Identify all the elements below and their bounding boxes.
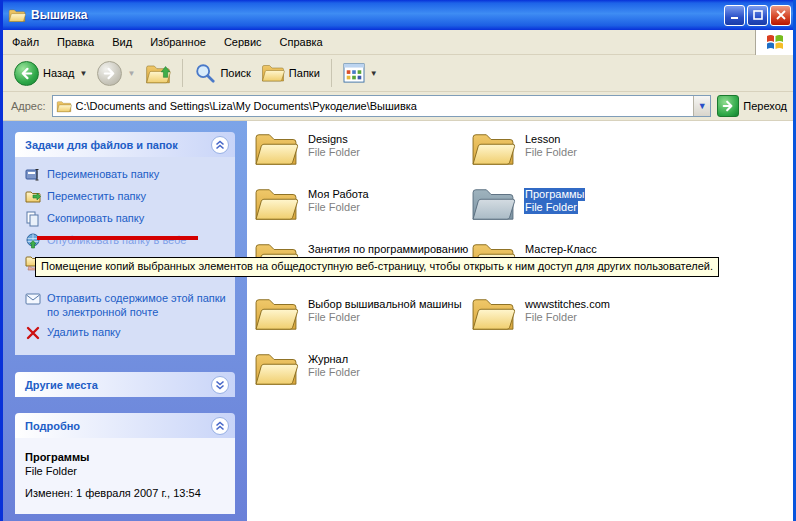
forward-dropdown[interactable]: ▼ [127,69,135,78]
folder-icon-selected [470,185,516,223]
task-pane: Задачи для файлов и папок Переименовать … [3,121,247,521]
up-button[interactable] [140,58,176,88]
folder-type: File Folder [524,146,578,159]
views-button[interactable]: ▼ [338,60,383,86]
title-bar[interactable]: Вышивка [0,0,796,30]
folder-type: File Folder [307,201,361,214]
folder-icon [253,350,299,388]
folder-tile-programmy-selected[interactable]: ПрограммыFile Folder [470,185,687,240]
folder-type: File Folder [307,311,361,324]
task-label: Скопировать папку [47,211,144,225]
details-item-name: Программы [25,450,225,464]
search-label: Поиск [220,67,250,79]
folder-tile-zhurnal[interactable]: ЖурналFile Folder [253,350,470,405]
search-icon [194,62,216,84]
tooltip: Помещение копий выбранных элементов на о… [35,257,719,277]
up-folder-icon [145,61,171,85]
folders-icon [261,62,285,84]
back-icon [14,61,39,86]
go-arrow-icon [722,100,734,112]
menu-edit[interactable]: Правка [48,32,103,52]
back-label: Назад [43,67,75,79]
go-button[interactable] [717,95,739,117]
task-label: Переместить папку [47,189,146,203]
folder-name: Журнал [307,353,349,366]
folder-name: Занятия по программированию [307,243,469,256]
file-list-area: DesignsFile Folder LessonFile Folder Моя… [247,121,793,521]
menu-bar: Файл Правка Вид Избранное Сервис Справка [3,30,793,55]
toolbar-separator [331,59,332,87]
folder-type: File Folder [524,201,578,214]
address-label: Адрес: [11,100,46,112]
minimize-button[interactable] [724,5,745,26]
folder-tile-designs[interactable]: DesignsFile Folder [253,130,470,185]
search-button[interactable]: Поиск [189,59,255,87]
folder-tile-lesson[interactable]: LessonFile Folder [470,130,687,185]
maximize-button[interactable] [747,5,768,26]
tasks-panel-header[interactable]: Задачи для файлов и папок [15,132,235,157]
menu-tools[interactable]: Сервис [215,32,271,52]
task-copy-folder[interactable]: Скопировать папку [25,211,227,227]
delete-icon [25,325,41,341]
rename-icon [25,167,41,183]
back-dropdown[interactable]: ▼ [80,69,88,78]
expand-button[interactable] [211,376,229,394]
tasks-panel-title: Задачи для файлов и папок [25,139,211,151]
details-panel: Подробно Программы File Folder Изменен: … [15,413,235,514]
collapse-button[interactable] [211,136,229,154]
collapse-button[interactable] [211,417,229,435]
address-input[interactable]: C:\Documents and Settings\Liza\My Docume… [52,95,712,117]
menu-favorites[interactable]: Избранное [141,32,215,52]
task-email-folder[interactable]: Отправить содержимое этой папки по элект… [25,291,227,319]
details-title: Подробно [25,420,211,432]
windows-flag-icon [765,32,785,52]
task-rename-folder[interactable]: Переименовать папку [25,167,227,183]
chevron-up-icon [215,140,225,150]
folder-tile-wwwstitches[interactable]: wwwstitches.comFile Folder [470,295,687,350]
other-places-title: Другие места [25,379,211,391]
folder-icon [253,130,299,168]
toolbar-separator [182,59,183,87]
chevron-up-icon [215,421,225,431]
folder-name: Designs [307,133,349,146]
folders-label: Папки [289,67,320,79]
folder-name: Lesson [524,133,561,146]
folder-type: File Folder [524,311,578,324]
folder-icon [253,295,299,333]
folder-type: File Folder [307,366,361,379]
folder-tile-moya-rabota[interactable]: Моя РаботаFile Folder [253,185,470,240]
close-icon [776,10,786,20]
back-button[interactable]: Назад ▼ [9,58,92,89]
file-folder-tasks-panel: Задачи для файлов и папок Переименовать … [15,132,235,355]
close-button[interactable] [770,5,791,26]
folders-button[interactable]: Папки [256,59,325,87]
toolbar: Назад ▼ ▼ Поиск [3,55,793,92]
move-icon [25,189,41,205]
go-label: Переход [743,100,787,112]
menu-view[interactable]: Вид [103,32,141,52]
forward-button[interactable]: ▼ [92,58,140,89]
task-delete-folder[interactable]: Удалить папку [25,325,227,341]
folder-name: Программы [524,188,585,201]
task-label: Отправить содержимое этой папки по элект… [47,291,227,319]
folder-name: Моя Работа [307,188,370,201]
window-title: Вышивка [31,8,722,22]
address-dropdown[interactable]: ▼ [693,96,710,116]
views-icon [343,63,365,83]
menu-help[interactable]: Справка [271,32,332,52]
explorer-window: Вышивка Файл Правка Вид Избранное Сервис… [0,0,796,521]
menu-file[interactable]: Файл [3,32,48,52]
other-places-header[interactable]: Другие места [15,372,235,397]
tooltip-text: Помещение копий выбранных элементов на о… [41,260,713,272]
details-body: Программы File Folder Изменен: 1 февраля… [15,438,235,514]
task-move-folder[interactable]: Переместить папку [25,189,227,205]
email-icon [25,291,41,307]
folder-name: Мастер-Класс [524,243,598,256]
details-item-type: File Folder [25,464,225,478]
folder-tile-vybor-mashiny[interactable]: Выбор вышивальной машиныFile Folder [253,295,470,350]
address-path[interactable]: C:\Documents and Settings\Liza\My Docume… [76,100,694,112]
views-dropdown[interactable]: ▼ [370,69,378,78]
chevron-down-icon [215,380,225,390]
details-header[interactable]: Подробно [15,413,235,438]
address-bar: Адрес: C:\Documents and Settings\Liza\My… [3,92,793,121]
